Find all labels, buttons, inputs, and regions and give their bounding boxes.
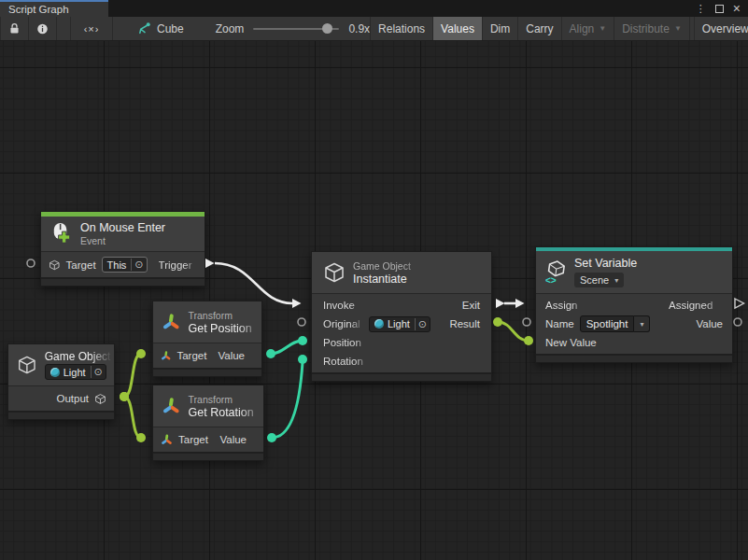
relations-button[interactable]: Relations xyxy=(370,17,433,40)
lock-button[interactable] xyxy=(1,17,29,40)
wire-getpos-position[interactable] xyxy=(266,336,307,358)
game-object-icon xyxy=(49,259,61,272)
target-port-label: Target xyxy=(176,350,206,361)
variables-icon: <> xyxy=(544,259,567,285)
transform-icon xyxy=(162,312,181,333)
tab-bar: Script Graph ⋮ × xyxy=(0,0,748,17)
node-footer xyxy=(41,277,205,286)
value-port-label: Value xyxy=(218,350,245,361)
node-category: Transform xyxy=(189,394,255,405)
graph-breadcrumb[interactable]: Cube xyxy=(137,17,184,40)
wire-getrot-rotation[interactable] xyxy=(267,355,307,442)
node-footer xyxy=(153,452,263,460)
light-icon xyxy=(374,319,384,329)
new-value-port-label: New Value xyxy=(545,337,597,348)
carry-button[interactable]: Carry xyxy=(518,17,561,40)
port-on-mouse-enter-target[interactable] xyxy=(27,259,35,267)
node-title: Get Rotation xyxy=(189,406,263,419)
node-subtitle: Event xyxy=(80,235,165,246)
values-button[interactable]: Values xyxy=(433,17,483,40)
exit-port-label: Exit xyxy=(462,300,480,311)
node-header: Transform Get Position xyxy=(153,301,261,343)
node-title: Instantiate xyxy=(353,273,428,286)
maximize-icon[interactable] xyxy=(715,5,724,13)
graph-name: Cube xyxy=(157,22,184,35)
output-port-label: Output xyxy=(56,393,89,404)
close-icon[interactable]: × xyxy=(733,2,741,15)
toolbar-right-group: Relations Values Dim Carry Align▼ Distri… xyxy=(370,17,748,40)
edit-graph-button[interactable]: ‹×› xyxy=(70,17,113,40)
distribute-button[interactable]: Distribute▼ xyxy=(614,17,690,40)
name-port-label: Name xyxy=(545,318,574,329)
target-value-field[interactable]: This ⊙ xyxy=(102,257,148,273)
node-footer xyxy=(153,368,261,376)
game-object-icon xyxy=(323,261,346,284)
node-title: Set Variable xyxy=(574,257,637,270)
wire-light-getrot[interactable] xyxy=(120,392,146,442)
light-object-field[interactable]: Light ⊙ xyxy=(45,364,106,380)
wire-exit-assign[interactable] xyxy=(504,299,525,308)
variable-name-dropdown[interactable]: Spotlight ▾ xyxy=(580,315,651,332)
port-set-variable-value[interactable] xyxy=(734,318,741,326)
value-port-label: Value xyxy=(219,434,247,445)
chevron-down-icon: ▼ xyxy=(599,24,606,33)
position-port-label: Position xyxy=(323,337,370,348)
align-button[interactable]: Align▼ xyxy=(562,17,615,40)
node-footer xyxy=(8,411,114,419)
port-set-variable-assigned[interactable] xyxy=(735,299,744,308)
value-port-label: Value xyxy=(696,318,723,329)
inspect-button[interactable] xyxy=(29,17,57,40)
port-instantiate-original[interactable] xyxy=(298,318,305,326)
object-picker-icon[interactable]: ⊙ xyxy=(91,366,106,378)
graph-canvas[interactable]: On Mouse Enter Event Target This ⊙ Trigg… xyxy=(0,41,748,560)
port-set-variable-name[interactable] xyxy=(523,318,530,326)
assign-port-label: Assign xyxy=(545,300,585,311)
node-get-position[interactable]: Transform Get Position Target Value xyxy=(152,301,262,377)
variable-scope-dropdown[interactable]: Scene ▾ xyxy=(574,273,624,287)
chevron-down-icon: ▾ xyxy=(614,276,618,285)
script-graph-icon xyxy=(137,21,151,35)
zoom-label: Zoom xyxy=(216,22,245,35)
graph-toolbar: ‹×› Cube Zoom 0.9x Relations Values Dim … xyxy=(0,17,748,41)
original-port-label: Original xyxy=(323,318,364,329)
zoom-slider-handle[interactable] xyxy=(322,23,332,34)
transform-icon xyxy=(161,350,171,362)
node-header: Game Object Instantiate xyxy=(312,252,491,293)
zoom-slider[interactable] xyxy=(253,28,339,30)
chevron-down-icon: ▾ xyxy=(640,320,643,329)
node-category: Game Object xyxy=(353,260,428,272)
node-footer xyxy=(312,372,491,381)
port-on-mouse-enter-trigger[interactable] xyxy=(205,259,215,268)
game-object-icon xyxy=(94,393,106,405)
mouse-event-icon xyxy=(49,222,73,245)
target-port-label: Target xyxy=(178,434,208,445)
object-picker-icon[interactable]: ⊙ xyxy=(131,259,146,271)
more-options-icon[interactable]: ⋮ xyxy=(696,3,706,15)
overview-button[interactable]: Overview xyxy=(694,17,748,40)
node-get-rotation[interactable]: Transform Get Rotation Target Value xyxy=(152,385,264,461)
result-port-label: Result xyxy=(449,318,480,329)
node-header: Transform Get Rotation xyxy=(153,385,263,427)
node-set-variable[interactable]: <> Set Variable Scene ▾ Assign Assigned xyxy=(535,246,733,363)
tab-title: Script Graph xyxy=(8,4,69,15)
target-port-label: Target xyxy=(66,259,96,271)
zoom-control: Zoom 0.9x xyxy=(216,17,370,40)
port-instantiate-exit[interactable] xyxy=(496,299,505,308)
node-on-mouse-enter[interactable]: On Mouse Enter Event Target This ⊙ Trigg… xyxy=(40,211,205,287)
object-picker-icon[interactable]: ⊙ xyxy=(415,318,430,330)
node-game-object-literal[interactable]: Game Object Light ⊙ Output xyxy=(7,343,115,420)
transform-icon xyxy=(162,396,181,417)
node-category: Transform xyxy=(189,310,254,321)
wire-light-getpos[interactable] xyxy=(120,349,146,401)
node-title: On Mouse Enter xyxy=(80,221,165,234)
node-title: Get Position xyxy=(189,322,261,335)
dim-button[interactable]: Dim xyxy=(483,17,518,40)
node-instantiate[interactable]: Game Object Instantiate Invoke Exit Orig… xyxy=(311,251,492,382)
svg-text:<>: <> xyxy=(545,275,557,285)
tab-script-graph[interactable]: Script Graph xyxy=(0,0,108,17)
original-object-field[interactable]: Light ⊙ xyxy=(369,316,430,332)
node-footer xyxy=(536,354,732,362)
script-graph-window: Script Graph ⋮ × ‹×› Cube Zoom xyxy=(0,0,748,560)
node-header: <> Set Variable Scene ▾ xyxy=(536,251,732,293)
wire-result-newvalue[interactable] xyxy=(493,317,533,345)
